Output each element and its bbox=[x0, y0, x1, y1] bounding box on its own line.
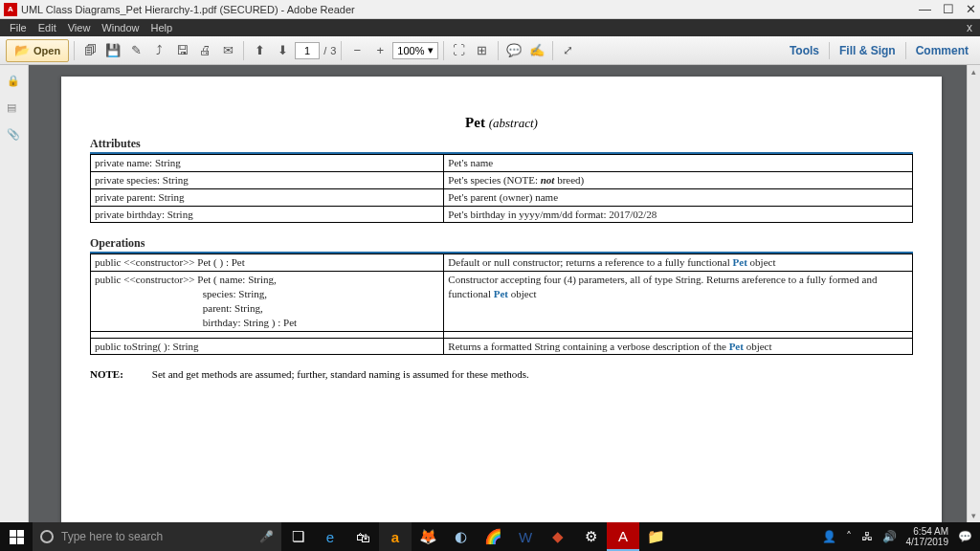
page-total: 3 bbox=[330, 45, 336, 56]
menubar-close-icon[interactable]: x bbox=[961, 21, 976, 34]
start-button[interactable] bbox=[0, 522, 33, 551]
search-icon bbox=[40, 530, 54, 543]
page-separator: / bbox=[322, 45, 328, 56]
fit-width-icon[interactable]: ⊞ bbox=[472, 40, 493, 61]
menu-help[interactable]: Help bbox=[145, 22, 178, 33]
create-pdf-icon[interactable]: 🗐 bbox=[79, 40, 100, 61]
clock[interactable]: 6:54 AM 4/17/2019 bbox=[906, 526, 949, 547]
adobe-reader-icon[interactable]: A bbox=[607, 522, 639, 551]
people-icon[interactable]: 👤 bbox=[822, 530, 836, 543]
menu-bar: File Edit View Window Help x bbox=[0, 19, 980, 36]
settings-icon[interactable]: ⚙ bbox=[574, 522, 607, 551]
scroll-up-icon[interactable]: ▴ bbox=[968, 65, 980, 78]
toolbar-separator bbox=[829, 42, 830, 59]
toolbar-separator bbox=[341, 41, 342, 60]
edit-icon[interactable]: ✎ bbox=[125, 40, 146, 61]
taskbar-search[interactable]: Type here to search 🎤 bbox=[33, 522, 281, 551]
steam-icon[interactable]: ◐ bbox=[444, 522, 477, 551]
folder-icon: 📂 bbox=[14, 43, 30, 57]
lock-icon[interactable]: 🔒 bbox=[7, 75, 22, 90]
table-row: private parent: StringPet's parent (owne… bbox=[91, 188, 913, 206]
attachments-icon[interactable]: 📎 bbox=[7, 128, 22, 143]
open-button[interactable]: 📂 Open bbox=[6, 39, 69, 62]
zoom-out-icon[interactable]: − bbox=[346, 40, 368, 61]
window-controls: — ☐ ✕ bbox=[919, 2, 976, 16]
zoom-in-icon[interactable]: + bbox=[369, 40, 390, 61]
toolbar: 📂 Open 🗐 💾 ✎ ⤴ 🖫 🖨 ✉ ⬆ ⬇ / 3 − + 100% ▾ … bbox=[0, 36, 980, 65]
class-name: Pet bbox=[465, 115, 485, 130]
note-text: Set and get methods are assumed; further… bbox=[152, 368, 529, 380]
minimize-button[interactable]: — bbox=[919, 2, 931, 16]
toolbar-right: Tools Fill & Sign Comment bbox=[784, 42, 974, 59]
table-row: public <<constructor>> Pet ( ) : Pet Def… bbox=[91, 254, 913, 272]
comment-cloud-icon[interactable]: 💬 bbox=[503, 40, 524, 61]
scroll-down-icon[interactable]: ▾ bbox=[968, 509, 980, 522]
window-title: UML Class Diagrams_Pet Hierarchy-1.pdf (… bbox=[21, 4, 919, 15]
navigation-pane: 🔒 ▤ 📎 bbox=[0, 65, 29, 522]
menu-edit[interactable]: Edit bbox=[33, 22, 62, 33]
window-titlebar: A UML Class Diagrams_Pet Hierarchy-1.pdf… bbox=[0, 0, 980, 19]
operations-table: public <<constructor>> Pet ( ) : Pet Def… bbox=[90, 253, 913, 355]
network-icon[interactable]: 🖧 bbox=[861, 530, 873, 543]
pdf-page: Pet (abstract) Attributes private name: … bbox=[61, 77, 942, 522]
save-as-icon[interactable]: 🖫 bbox=[171, 40, 192, 61]
toolbar-separator bbox=[905, 42, 906, 59]
zoom-select[interactable]: 100% ▾ bbox=[392, 42, 437, 59]
edge-icon[interactable]: e bbox=[314, 522, 346, 551]
volume-icon[interactable]: 🔊 bbox=[882, 530, 897, 543]
app-icon[interactable]: ◆ bbox=[542, 522, 574, 551]
windows-taskbar: Type here to search 🎤 ❏ e 🛍 a 🦊 ◐ 🌈 W ◆ … bbox=[0, 522, 980, 551]
export-icon[interactable]: ⤴ bbox=[148, 40, 169, 61]
system-tray: 👤 ˄ 🖧 🔊 6:54 AM 4/17/2019 💬 bbox=[814, 526, 981, 547]
comment-link[interactable]: Comment bbox=[910, 44, 974, 57]
file-explorer-icon[interactable]: 📁 bbox=[639, 522, 672, 551]
task-icons: ❏ e 🛍 a 🦊 ◐ 🌈 W ◆ ⚙ A 📁 bbox=[281, 522, 672, 551]
table-row: public <<constructor>> Pet ( name: Strin… bbox=[91, 272, 913, 331]
notifications-icon[interactable]: 💬 bbox=[958, 530, 972, 543]
class-title: Pet (abstract) bbox=[90, 115, 913, 131]
save-icon[interactable]: 💾 bbox=[102, 40, 123, 61]
toolbar-separator bbox=[74, 41, 75, 60]
close-button[interactable]: ✕ bbox=[966, 2, 976, 16]
read-mode-icon[interactable]: ⤢ bbox=[558, 40, 579, 61]
menu-view[interactable]: View bbox=[62, 22, 97, 33]
maximize-button[interactable]: ☐ bbox=[943, 2, 954, 16]
email-icon[interactable]: ✉ bbox=[217, 40, 238, 61]
firefox-icon[interactable]: 🦊 bbox=[412, 522, 444, 551]
menu-file[interactable]: File bbox=[4, 22, 33, 33]
fill-sign-link[interactable]: Fill & Sign bbox=[834, 44, 902, 57]
tools-link[interactable]: Tools bbox=[784, 44, 825, 57]
date-text: 4/17/2019 bbox=[906, 537, 949, 547]
windows-logo-icon bbox=[10, 530, 24, 544]
open-label: Open bbox=[33, 45, 60, 56]
mic-icon[interactable]: 🎤 bbox=[259, 530, 274, 543]
word-icon[interactable]: W bbox=[509, 522, 542, 551]
task-view-icon[interactable]: ❏ bbox=[281, 522, 314, 551]
print-icon[interactable]: 🖨 bbox=[194, 40, 215, 61]
sign-icon[interactable]: ✍ bbox=[526, 40, 547, 61]
search-placeholder: Type here to search bbox=[61, 530, 163, 543]
menu-window[interactable]: Window bbox=[96, 22, 145, 33]
toolbar-separator bbox=[243, 41, 244, 60]
attributes-table: private name: StringPet's name private s… bbox=[90, 154, 913, 223]
vertical-scrollbar[interactable]: ▴ ▾ bbox=[967, 65, 980, 522]
page-down-icon[interactable]: ⬇ bbox=[272, 40, 293, 61]
fit-page-icon[interactable]: ⛶ bbox=[449, 40, 470, 61]
chrome-icon[interactable]: 🌈 bbox=[477, 522, 509, 551]
page-up-icon[interactable]: ⬆ bbox=[249, 40, 270, 61]
table-spacer bbox=[91, 331, 913, 338]
table-row: private birthday: StringPet's birthday i… bbox=[91, 206, 913, 223]
toolbar-separator bbox=[552, 41, 553, 60]
table-row: private name: StringPet's name bbox=[91, 155, 913, 172]
thumbnails-icon[interactable]: ▤ bbox=[7, 101, 22, 117]
note-label: NOTE: bbox=[90, 368, 123, 380]
store-icon[interactable]: 🛍 bbox=[346, 522, 379, 551]
tray-overflow-icon[interactable]: ˄ bbox=[846, 530, 852, 543]
table-row: public toString( ): String Returns a for… bbox=[91, 338, 913, 355]
amazon-icon[interactable]: a bbox=[379, 522, 412, 551]
app-icon: A bbox=[4, 3, 17, 16]
toolbar-separator bbox=[443, 41, 444, 60]
page-number-input[interactable] bbox=[295, 42, 320, 59]
document-viewport[interactable]: Pet (abstract) Attributes private name: … bbox=[29, 65, 967, 522]
class-qualifier: (abstract) bbox=[489, 116, 538, 130]
